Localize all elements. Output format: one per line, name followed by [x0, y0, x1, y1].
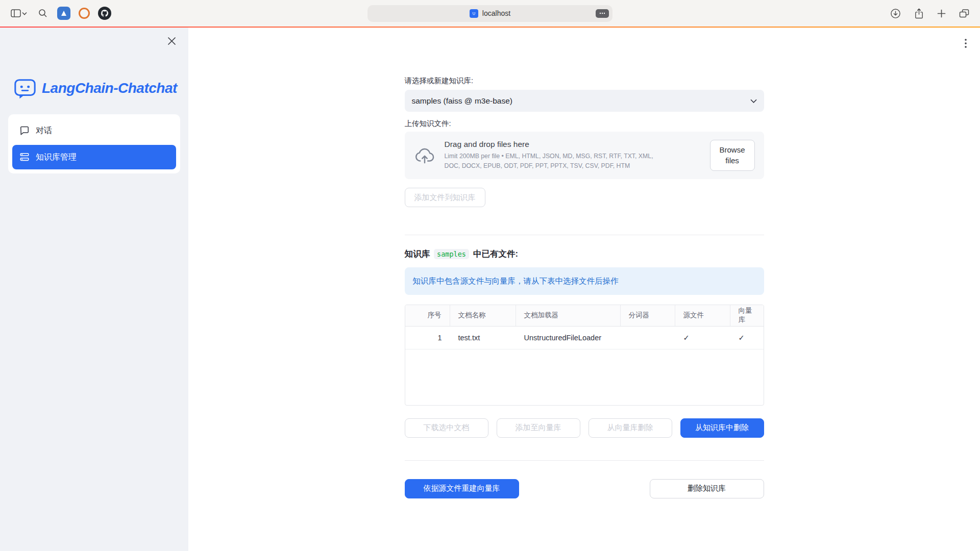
info-alert: 知识库中包含源文件与向量库，请从下表中选择文件后操作 — [405, 267, 764, 295]
select-chevron-icon — [750, 99, 757, 103]
site-favicon — [470, 9, 478, 18]
close-icon — [167, 37, 176, 45]
cell-index: 1 — [405, 327, 450, 349]
table-row[interactable]: 1 test.txt UnstructuredFileLoader ✓ ✓ — [405, 327, 764, 349]
chat-bubble-icon — [19, 126, 30, 136]
sidebar-nav: 对话 知识库管理 — [8, 114, 180, 173]
upload-label: 上传知识文件: — [405, 119, 764, 129]
app-logo: LangChain-Chatchat — [13, 77, 188, 100]
logo-chat-icon — [13, 77, 37, 100]
delete-kb-button[interactable]: 删除知识库 — [650, 479, 764, 498]
table-header-doc-name[interactable]: 文档名称 — [450, 305, 516, 326]
kb-heading-suffix: 中已有文件: — [473, 248, 518, 260]
remove-from-vector-store-button[interactable]: 从向量库删除 — [589, 418, 672, 438]
kb-files-table[interactable]: 序号 文档名称 文档加载器 分词器 源文件 向量库 1 test.txt Uns… — [405, 305, 764, 406]
uploader-title: Drag and drop files here — [445, 140, 701, 149]
kb-selected-value: samples (faiss @ m3e-base) — [412, 96, 513, 106]
nav-item-label: 知识库管理 — [36, 152, 77, 163]
cell-vector-store-check: ✓ — [730, 327, 764, 349]
cell-loader: UnstructuredFileLoader — [516, 327, 621, 349]
table-header-vector-store[interactable]: 向量库 — [730, 305, 764, 326]
sidebar-close-button[interactable] — [165, 35, 178, 47]
sidebar-panel-icon — [11, 9, 21, 17]
kebab-icon — [965, 39, 967, 48]
sidebar-toggle-button[interactable] — [9, 8, 29, 19]
share-icon — [914, 8, 924, 19]
file-uploader-dropzone[interactable]: Drag and drop files here Limit 200MB per… — [405, 132, 764, 179]
share-button[interactable] — [913, 7, 925, 20]
browse-files-button[interactable]: Browse files — [710, 140, 755, 171]
app-menu-button[interactable] — [963, 37, 969, 50]
address-bar[interactable]: localhost — [368, 5, 612, 22]
cell-splitter — [621, 327, 675, 349]
search-button[interactable] — [37, 7, 49, 19]
table-header-source-file[interactable]: 源文件 — [675, 305, 730, 326]
kb-actions-row: 依据源文件重建向量库 删除知识库 — [405, 479, 764, 498]
file-actions-row: 下载选中文档 添加至向量库 从向量库删除 从知识库中删除 — [405, 418, 764, 438]
github-icon[interactable] — [98, 7, 111, 20]
download-icon — [890, 8, 901, 19]
chevron-down-icon — [22, 12, 27, 15]
delete-from-kb-button[interactable]: 从知识库中删除 — [680, 418, 764, 438]
page-settings-button[interactable] — [596, 9, 609, 18]
url-text: localhost — [482, 9, 510, 17]
kb-selectbox[interactable]: samples (faiss @ m3e-base) — [405, 90, 764, 112]
add-files-to-kb-button[interactable]: 添加文件到知识库 — [405, 188, 485, 207]
nav-item-dialogue[interactable]: 对话 — [12, 118, 176, 143]
table-header-index[interactable]: 序号 — [405, 305, 450, 326]
sidebar: LangChain-Chatchat 对话 知识库管理 — [0, 28, 188, 551]
cell-doc-name: test.txt — [450, 327, 516, 349]
extension-orange-icon[interactable] — [79, 8, 90, 19]
divider — [405, 235, 764, 235]
main-content: 请选择或新建知识库: samples (faiss @ m3e-base) 上传… — [188, 28, 980, 551]
search-icon — [38, 9, 47, 18]
table-header-splitter[interactable]: 分词器 — [621, 305, 675, 326]
nav-item-label: 对话 — [36, 126, 52, 136]
cell-source-file-check: ✓ — [675, 327, 730, 349]
kb-heading-prefix: 知识库 — [405, 248, 430, 260]
divider — [405, 460, 764, 461]
plus-icon — [937, 9, 946, 18]
kb-name-code: samples — [434, 249, 469, 259]
tab-overview-button[interactable] — [958, 7, 971, 20]
knowledge-base-icon — [19, 152, 30, 162]
cloud-upload-icon — [414, 145, 435, 166]
downloads-button[interactable] — [889, 7, 902, 20]
uploader-limit-text: Limit 200MB per file • EML, HTML, JSON, … — [445, 152, 664, 171]
table-header-row: 序号 文档名称 文档加载器 分词器 源文件 向量库 — [405, 305, 764, 327]
new-tab-button[interactable] — [936, 8, 947, 19]
tabs-icon — [959, 9, 969, 18]
browser-toolbar: localhost — [0, 0, 980, 27]
kb-files-heading: 知识库 samples 中已有文件: — [405, 248, 764, 260]
nav-item-knowledge-base[interactable]: 知识库管理 — [12, 145, 176, 169]
rebuild-vector-store-button[interactable]: 依据源文件重建向量库 — [405, 479, 519, 498]
extension-blue-icon[interactable] — [57, 7, 70, 20]
add-to-vector-store-button[interactable]: 添加至向量库 — [497, 418, 580, 438]
table-header-loader[interactable]: 文档加载器 — [516, 305, 621, 326]
logo-text: LangChain-Chatchat — [42, 80, 177, 96]
kb-select-label: 请选择或新建知识库: — [405, 76, 764, 86]
download-selected-button[interactable]: 下载选中文档 — [405, 418, 488, 438]
